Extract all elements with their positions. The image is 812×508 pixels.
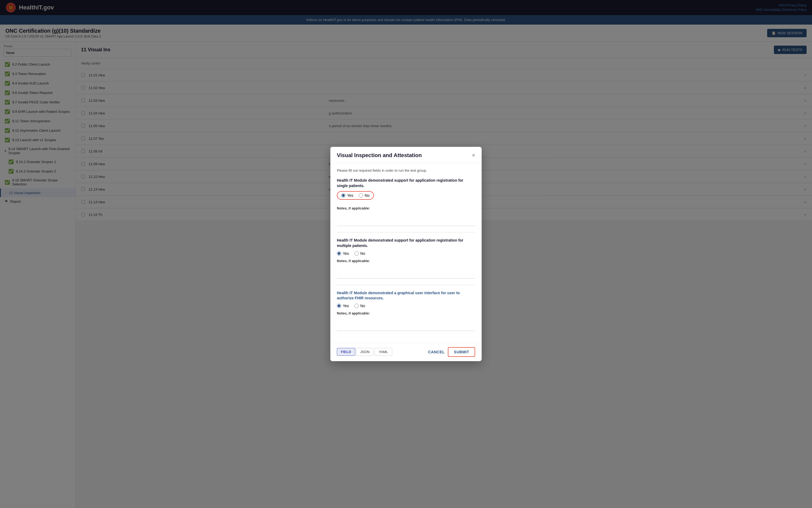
question-3-yes-option[interactable]: Yes <box>337 304 349 308</box>
question-2-no-option[interactable]: No <box>354 251 365 256</box>
no-label: No <box>365 193 370 198</box>
notes-1-textarea[interactable] <box>337 212 475 226</box>
tab-yaml-button[interactable]: YAML <box>375 348 392 356</box>
question-2-radio-group: Yes No <box>337 251 475 256</box>
question-3-radio-group: Yes No <box>337 304 475 308</box>
tab-field-button[interactable]: FIELD <box>337 348 355 356</box>
question-1-yes-radio[interactable] <box>341 193 346 198</box>
yes-label: Yes <box>347 193 353 198</box>
question-3-no-option[interactable]: No <box>354 304 365 308</box>
modal-header: Visual Inspection and Attestation × <box>331 147 481 163</box>
notes-2-label: Notes, if applicable: <box>337 259 475 263</box>
notes-3-label: Notes, if applicable: <box>337 311 475 315</box>
question-1-radio-group: Yes No <box>337 191 374 200</box>
tab-json-button[interactable]: JSON <box>356 348 374 356</box>
question-2-label: Health IT Module demonstrated support fo… <box>337 238 475 248</box>
notes-1-label: Notes, if applicable: <box>337 206 475 210</box>
yes-label: Yes <box>343 304 349 308</box>
question-3-label: Health IT Module demonstrated a graphica… <box>337 290 475 301</box>
modal-close-button[interactable]: × <box>472 152 475 159</box>
divider-1 <box>337 232 475 232</box>
question-2-no-radio[interactable] <box>354 251 359 256</box>
question-1-no-radio[interactable] <box>359 193 363 198</box>
modal-overlay[interactable]: Visual Inspection and Attestation × Plea… <box>0 0 812 508</box>
yes-label: Yes <box>343 251 349 256</box>
modal-footer: FIELD JSON YAML CANCEL SUBMIT <box>331 343 481 361</box>
cancel-button[interactable]: CANCEL <box>428 350 444 354</box>
question-3-block: Health IT Module demonstrated a graphica… <box>337 290 475 332</box>
no-label: No <box>360 251 365 256</box>
question-2-yes-option[interactable]: Yes <box>337 251 349 256</box>
notes-2-textarea[interactable] <box>337 265 475 279</box>
notes-3-textarea[interactable] <box>337 318 475 331</box>
submit-button[interactable]: SUBMIT <box>448 347 475 357</box>
question-1-no-option[interactable]: No <box>359 193 370 198</box>
modal-dialog: Visual Inspection and Attestation × Plea… <box>331 147 481 361</box>
modal-intro: Please fill out required fields in order… <box>337 168 475 172</box>
question-2-yes-radio[interactable] <box>337 251 341 256</box>
question-2-block: Health IT Module demonstrated support fo… <box>337 238 475 279</box>
question-1-yes-option[interactable]: Yes <box>341 193 353 198</box>
question-3-no-radio[interactable] <box>354 304 359 308</box>
question-3-yes-radio[interactable] <box>337 304 341 308</box>
tab-group: FIELD JSON YAML <box>337 348 392 356</box>
no-label: No <box>360 304 365 308</box>
question-1-label: Health IT Module demonstrated support fo… <box>337 178 475 188</box>
modal-title: Visual Inspection and Attestation <box>337 152 422 159</box>
question-1-block: Health IT Module demonstrated support fo… <box>337 178 475 227</box>
modal-body: Please fill out required fields in order… <box>331 163 481 343</box>
modal-actions: CANCEL SUBMIT <box>428 347 475 357</box>
